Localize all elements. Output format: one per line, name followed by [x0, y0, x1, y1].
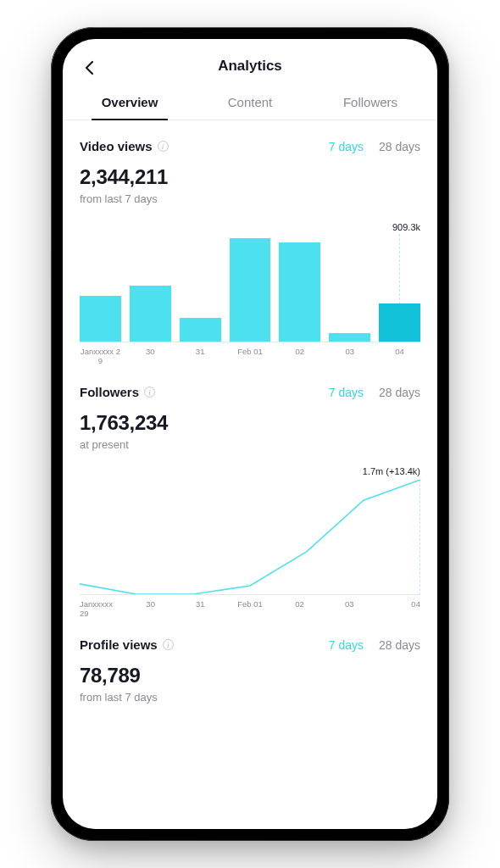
followers-line-chart: 1.7m (+13.4k) Janxxxxx 293031Feb 0102030… [80, 466, 420, 619]
range-toggle: 7 days 28 days [329, 386, 420, 399]
x-axis-label: 31 [179, 600, 221, 619]
info-icon[interactable]: i [144, 387, 155, 398]
screen: Analytics Overview Content Followers Vid… [63, 39, 437, 829]
tabs: Overview Content Followers [63, 86, 437, 120]
video-views-sub: from last 7 days [80, 192, 420, 205]
video-views-bar-chart: 909.3k Janxxxxx 293031Feb 01020304 [80, 222, 420, 366]
tab-overview[interactable]: Overview [69, 86, 190, 120]
video-views-value: 2,344,211 [80, 165, 420, 189]
x-axis-label: 31 [180, 348, 221, 366]
line-chart-x-labels: Janxxxxx 293031Feb 01020304 [80, 600, 420, 619]
chart-bar [180, 318, 221, 342]
chart-bar [130, 286, 171, 342]
x-axis-label: Feb 01 [229, 600, 271, 619]
range-7-days[interactable]: 7 days [329, 140, 364, 153]
x-axis-label: 02 [279, 348, 320, 366]
x-axis-label: 30 [130, 348, 171, 366]
chart-bar [329, 333, 370, 342]
x-axis-label: 30 [130, 600, 172, 619]
range-7-days[interactable]: 7 days [329, 386, 364, 399]
back-button[interactable] [80, 58, 100, 78]
section-video-views: Video views i 7 days 28 days 2,344,211 f… [80, 120, 420, 366]
x-axis-label: 04 [378, 600, 420, 619]
chart-bar [379, 303, 420, 342]
range-28-days[interactable]: 28 days [379, 638, 420, 652]
info-icon[interactable]: i [158, 141, 169, 152]
range-toggle: 7 days 28 days [329, 140, 420, 153]
section-head: Followers i 7 days 28 days [80, 385, 420, 399]
header: Analytics [63, 39, 437, 86]
section-title-wrap: Followers i [80, 385, 155, 399]
range-toggle: 7 days 28 days [329, 638, 420, 652]
profile-views-value: 78,789 [80, 664, 420, 687]
x-axis-label: 04 [379, 348, 420, 366]
content-scroll[interactable]: Video views i 7 days 28 days 2,344,211 f… [63, 120, 437, 829]
line-svg [80, 480, 420, 594]
x-axis-label: 02 [279, 600, 321, 619]
section-followers: Followers i 7 days 28 days 1,763,234 at … [80, 366, 420, 619]
phone-frame: Analytics Overview Content Followers Vid… [51, 27, 449, 841]
section-profile-views: Profile views i 7 days 28 days 78,789 fr… [80, 619, 420, 704]
section-head: Video views i 7 days 28 days [80, 139, 420, 153]
line-chart-annotation: 1.7m (+13.4k) [363, 466, 420, 476]
x-axis-label: 03 [328, 600, 370, 619]
range-28-days[interactable]: 28 days [379, 140, 420, 153]
range-28-days[interactable]: 28 days [379, 386, 420, 399]
x-axis-label: Janxxxxx 29 [80, 600, 122, 619]
chart-bar [279, 242, 320, 342]
bars-area [80, 234, 420, 342]
x-axis-label: 03 [329, 348, 370, 366]
tab-content[interactable]: Content [190, 86, 310, 120]
info-icon[interactable]: i [163, 639, 174, 650]
followers-value: 1,763,234 [80, 411, 420, 435]
page-title: Analytics [218, 58, 282, 75]
section-title-wrap: Video views i [80, 139, 169, 153]
section-head: Profile views i 7 days 28 days [80, 637, 420, 652]
bar-chart-x-labels: Janxxxxx 293031Feb 01020304 [80, 348, 420, 366]
section-title-wrap: Profile views i [80, 637, 174, 652]
profile-views-sub: from last 7 days [80, 691, 420, 704]
range-7-days[interactable]: 7 days [329, 638, 364, 652]
section-title: Video views [80, 139, 153, 153]
tab-followers[interactable]: Followers [310, 86, 431, 120]
line-area [80, 480, 420, 595]
section-title: Profile views [80, 637, 158, 652]
chart-bar [80, 296, 121, 342]
chevron-left-icon [84, 60, 96, 75]
followers-sub: at present [80, 438, 420, 451]
x-axis-label: Feb 01 [230, 348, 271, 366]
chart-bar [230, 238, 271, 342]
bar-chart-annotation: 909.3k [392, 222, 420, 232]
x-axis-label: Janxxxxx 29 [80, 348, 121, 366]
section-title: Followers [80, 385, 139, 399]
